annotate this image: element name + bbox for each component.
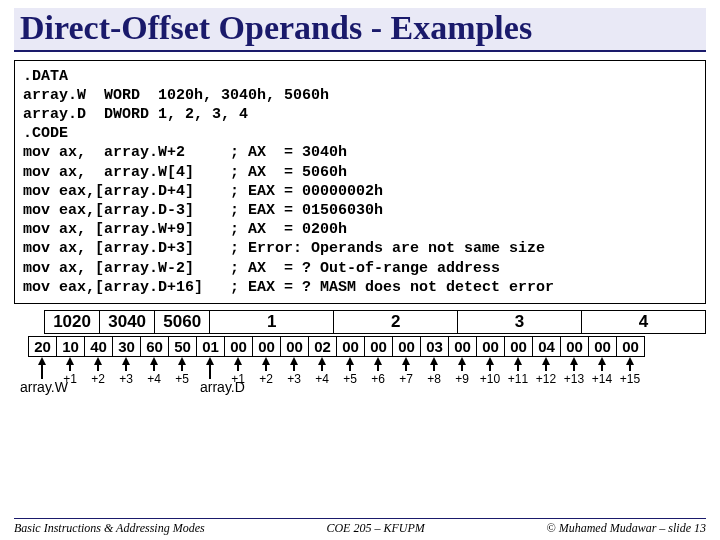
footer-left: Basic Instructions & Addressing Modes bbox=[14, 521, 205, 536]
offset-arrow: +3 bbox=[112, 357, 140, 386]
title-bar: Direct-Offset Operands - Examples bbox=[14, 8, 706, 52]
word-cell: 2 bbox=[334, 310, 458, 333]
offset-arrow: +2 bbox=[252, 357, 280, 386]
offset-arrow: +5 bbox=[336, 357, 364, 386]
offset-arrow: +4 bbox=[140, 357, 168, 386]
offset-arrow: +5 bbox=[168, 357, 196, 386]
offset-arrow: +13 bbox=[560, 357, 588, 386]
offset-arrow: +10 bbox=[476, 357, 504, 386]
byte-cell: 00 bbox=[561, 336, 589, 356]
word-cell: 3 bbox=[458, 310, 582, 333]
byte-cell: 20 bbox=[29, 336, 57, 356]
word-cell: 3040 bbox=[100, 310, 155, 333]
byte-cell: 10 bbox=[57, 336, 85, 356]
byte-cell: 02 bbox=[309, 336, 337, 356]
word-cell: 1 bbox=[210, 310, 334, 333]
byte-cell: 00 bbox=[253, 336, 281, 356]
offset-arrow: +6 bbox=[364, 357, 392, 386]
word-cell: 1020 bbox=[45, 310, 100, 333]
byte-cell: 00 bbox=[281, 336, 309, 356]
code-listing: .DATA array.W WORD 1020h, 3040h, 5060h a… bbox=[14, 60, 706, 304]
offset-arrow: +15 bbox=[616, 357, 644, 386]
offset-arrow: +8 bbox=[420, 357, 448, 386]
byte-cell: 00 bbox=[449, 336, 477, 356]
byte-cell: 00 bbox=[617, 336, 645, 356]
offset-arrow: +12 bbox=[532, 357, 560, 386]
offset-arrow: +9 bbox=[448, 357, 476, 386]
byte-cells-table: 2010403060500100000002000000030000000400… bbox=[28, 336, 645, 357]
arrayd-base-arrow bbox=[196, 357, 224, 379]
word-cell: 4 bbox=[582, 310, 706, 333]
byte-cell: 00 bbox=[589, 336, 617, 356]
footer: Basic Instructions & Addressing Modes CO… bbox=[14, 518, 706, 536]
byte-cell: 40 bbox=[85, 336, 113, 356]
byte-cell: 00 bbox=[477, 336, 505, 356]
byte-cell: 04 bbox=[533, 336, 561, 356]
offset-arrow: +11 bbox=[504, 357, 532, 386]
arrayw-base-arrow bbox=[28, 357, 56, 379]
byte-cell: 00 bbox=[225, 336, 253, 356]
byte-cell: 60 bbox=[141, 336, 169, 356]
offset-arrow: +1 bbox=[56, 357, 84, 386]
offset-arrows: array.W array.D +1+2+3+4+5+1+2+3+4+5+6+7… bbox=[28, 357, 706, 401]
byte-cell: 00 bbox=[365, 336, 393, 356]
footer-center: COE 205 – KFUPM bbox=[326, 521, 424, 536]
offset-arrow: +14 bbox=[588, 357, 616, 386]
offset-arrow: +2 bbox=[84, 357, 112, 386]
byte-cell: 03 bbox=[421, 336, 449, 356]
offset-arrow: +4 bbox=[308, 357, 336, 386]
offset-arrow: +7 bbox=[392, 357, 420, 386]
byte-cell: 00 bbox=[393, 336, 421, 356]
word-cell: 5060 bbox=[155, 310, 210, 333]
byte-cell: 30 bbox=[113, 336, 141, 356]
byte-cell: 00 bbox=[337, 336, 365, 356]
offset-arrow: +1 bbox=[224, 357, 252, 386]
slide-title: Direct-Offset Operands - Examples bbox=[20, 10, 700, 46]
offset-arrow: +3 bbox=[280, 357, 308, 386]
byte-cell: 01 bbox=[197, 336, 225, 356]
footer-right: © Muhamed Mudawar – slide 13 bbox=[547, 521, 706, 536]
byte-cell: 50 bbox=[169, 336, 197, 356]
byte-cell: 00 bbox=[505, 336, 533, 356]
word-cells-table: 1020304050601234 bbox=[44, 310, 706, 334]
